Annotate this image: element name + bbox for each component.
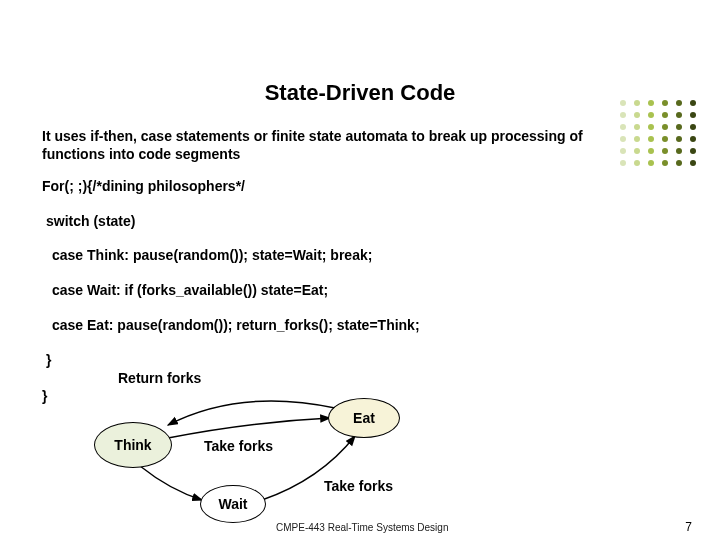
state-node-eat: Eat xyxy=(328,398,400,438)
slide-title: State-Driven Code xyxy=(0,80,720,106)
code-case-think: case Think: pause(random()); state=Wait;… xyxy=(52,247,372,265)
code-brace-outer: } xyxy=(42,388,47,406)
code-case-wait: case Wait: if (forks_available()) state=… xyxy=(52,282,328,300)
edge-label-take-forks-2: Take forks xyxy=(324,478,393,494)
intro-text: It uses if-then, case statements or fini… xyxy=(42,128,602,163)
footer-text: CMPE-443 Real-Time Systems Design xyxy=(276,522,448,533)
code-brace-inner: } xyxy=(46,352,51,370)
code-for: For(; ;){/*dining philosophers*/ xyxy=(42,178,245,196)
code-switch: switch (state) xyxy=(46,213,135,231)
return-forks-label: Return forks xyxy=(118,370,201,388)
edge-label-take-forks-1: Take forks xyxy=(204,438,273,454)
state-node-wait: Wait xyxy=(200,485,266,523)
state-node-think: Think xyxy=(94,422,172,468)
decorative-dot-grid xyxy=(620,100,698,166)
page-number: 7 xyxy=(685,520,692,534)
code-case-eat: case Eat: pause(random()); return_forks(… xyxy=(52,317,420,335)
